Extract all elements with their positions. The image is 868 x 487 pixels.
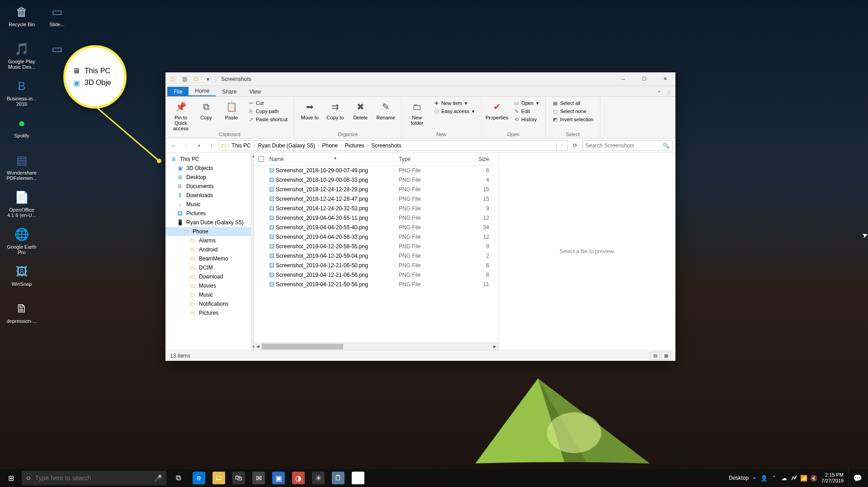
taskbar-app-app1[interactable]: ▣ [269, 469, 288, 487]
nav-recent-button[interactable]: ▾ [193, 140, 204, 151]
nav-item[interactable]: 🖥Desktop [165, 173, 251, 182]
view-details-button[interactable]: ▤ [650, 352, 660, 360]
file-row[interactable]: 🖼Screenshot_2018-10-29-00-08-33.pngPNG F… [254, 175, 499, 184]
desktop-icon[interactable]: 📄OpenOffice 4.1.6 (en-U... [5, 188, 38, 223]
nav-up-button[interactable]: ↑ [206, 140, 217, 151]
breadcrumb-segment[interactable]: Pictures [343, 142, 366, 150]
copy-path-button[interactable]: ⎘Copy path [246, 108, 289, 115]
move-to-button[interactable]: ➡Move to [299, 99, 321, 120]
file-row[interactable]: 🖼Screenshot_2019-04-12-21-06-56.pngPNG F… [254, 270, 499, 279]
nav-item[interactable]: 🖥This PC [165, 155, 251, 164]
select-all-button[interactable]: ▦Select all [550, 99, 595, 107]
qat-properties-icon[interactable]: ▥ [180, 75, 189, 84]
titlebar[interactable]: 🗀 ▥ 🗀 ▾ | Screenshots ─ ☐ ✕ [165, 72, 675, 86]
taskbar-app-edge[interactable]: e [189, 469, 209, 487]
tab-home[interactable]: Home [189, 86, 216, 96]
nav-item[interactable]: 🗀BeamMemo [165, 254, 251, 263]
nav-item[interactable]: 🗀Download [165, 272, 251, 281]
file-row[interactable]: 🖼Screenshot_2019-04-12-20-59-04.pngPNG F… [254, 251, 499, 260]
easy-access-button[interactable]: ⚪Easy access▾ [431, 108, 476, 115]
invert-selection-button[interactable]: ◩Invert selection [550, 116, 595, 123]
new-folder-button[interactable]: 🗀New folder [406, 99, 428, 126]
desktop-icon[interactable]: ▭Slide... [41, 3, 73, 38]
tray-power-icon[interactable]: 🗲 [789, 469, 799, 487]
pin-quick-access-button[interactable]: 📌Pin to Quick access [170, 99, 192, 131]
desktop-icon[interactable]: 🎵Google Play Music Des... [5, 40, 38, 75]
file-row[interactable]: 🖼Screenshot_2019-04-04-20-56-33.pngPNG F… [254, 232, 499, 241]
file-row[interactable]: 🖼Screenshot_2019-04-04-20-55-11.pngPNG F… [254, 213, 499, 222]
clock[interactable]: 2:15 PM 7/27/2019 [821, 472, 844, 484]
file-row[interactable]: 🖼Screenshot_2019-04-12-21-50-56.pngPNG F… [254, 279, 499, 289]
tray-chevron-up-icon[interactable]: ˄ [769, 469, 779, 487]
cut-button[interactable]: ✂Cut [246, 99, 289, 107]
taskbar-app-app2[interactable]: ◑ [288, 469, 308, 487]
nav-item[interactable]: 🗀DCIM [165, 263, 251, 272]
nav-item[interactable]: 🖼Pictures [165, 209, 251, 218]
desktop-icon[interactable]: ▤Wondershare PDFelemen... [5, 151, 38, 186]
view-icons-button[interactable]: ▦ [661, 352, 671, 360]
file-list[interactable]: 🖼Screenshot_2018-10-29-00-07-49.pngPNG F… [254, 165, 499, 342]
search-box[interactable]: 🔍 [582, 140, 673, 151]
minimize-button[interactable]: ─ [613, 72, 634, 86]
ribbon-collapse-icon[interactable]: ⌃ [657, 90, 661, 96]
desktop-icon[interactable]: ●Spotify [5, 114, 38, 149]
paste-button[interactable]: 📋Paste [221, 99, 242, 120]
select-all-checkbox[interactable] [258, 156, 264, 162]
start-button[interactable]: ⊞ [0, 469, 22, 487]
nav-item[interactable]: 📱Ryan Dube (Galaxy S5) [165, 218, 251, 227]
taskbar-app-chrome[interactable]: ◎ [348, 469, 368, 487]
nav-item[interactable]: 🗀Notifications [165, 299, 251, 308]
action-center-button[interactable]: 💬 [848, 469, 866, 487]
tab-view[interactable]: View [243, 87, 267, 96]
nav-item[interactable]: 🗀Pictures [165, 308, 251, 317]
file-row[interactable]: 🖼Screenshot_2018-10-29-00-07-49.pngPNG F… [254, 165, 499, 175]
nav-item[interactable]: 🗀Phone [165, 227, 251, 236]
nav-item[interactable]: 🗎Documents [165, 182, 251, 191]
tray-desktop-label[interactable]: Desktop [729, 475, 749, 481]
breadcrumb-segment[interactable]: This PC [230, 142, 253, 150]
file-row[interactable]: 🖼Screenshot_2018-12-24-12-28-29.pngPNG F… [254, 184, 499, 194]
nav-item[interactable]: ▣3D Objects [165, 164, 251, 173]
task-view-button[interactable]: ⧉ [169, 469, 187, 487]
col-type[interactable]: Type [399, 156, 467, 162]
col-size[interactable]: Size [467, 156, 494, 162]
history-button[interactable]: ⟲History [511, 116, 541, 123]
paste-shortcut-button[interactable]: ↗Paste shortcut [246, 116, 289, 123]
file-row[interactable]: 🖼Screenshot_2019-04-12-20-58-55.pngPNG F… [254, 241, 499, 251]
taskbar-app-app3[interactable]: ✳ [308, 469, 328, 487]
taskbar-search-input[interactable] [35, 474, 154, 482]
desktop-icon[interactable]: 🗎depression-... [5, 299, 38, 335]
hscroll-thumb[interactable] [262, 344, 343, 350]
nav-item[interactable]: 🗀Music [165, 290, 251, 299]
delete-button[interactable]: ✖Delete [349, 99, 371, 120]
copy-button[interactable]: ⧉Copy [195, 99, 217, 120]
nav-item[interactable]: 🗀Alarms [165, 236, 251, 245]
qat-newfolder-icon[interactable]: 🗀 [192, 75, 201, 84]
rename-button[interactable]: ✎Rename [375, 99, 396, 120]
qat-dropdown-icon[interactable]: ▾ [203, 75, 212, 84]
breadcrumb[interactable]: 🗀 › This PC›Ryan Dube (Galaxy S5)›Phone›… [219, 140, 557, 151]
horizontal-scrollbar[interactable]: ◀ ▶ [254, 342, 499, 350]
taskbar-search[interactable]: ○ 🎤 [22, 471, 166, 485]
file-row[interactable]: 🖼Screenshot_2019-04-04-20-55-40.pngPNG F… [254, 222, 499, 232]
column-headers[interactable]: Name▲ Type Size [254, 153, 499, 165]
nav-item[interactable]: ♪Music [165, 200, 251, 209]
breadcrumb-dropdown-button[interactable]: ˅ [557, 140, 568, 151]
taskbar-app-explorer[interactable]: 🗂 [209, 469, 229, 487]
col-name[interactable]: Name▲ [268, 156, 399, 162]
select-none-button[interactable]: ▢Select none [550, 108, 595, 115]
nav-forward-button[interactable]: → [181, 140, 192, 151]
taskbar-app-app4[interactable]: 🗒 [328, 469, 348, 487]
maximize-button[interactable]: ☐ [634, 72, 655, 86]
nav-item[interactable]: 🗀Android [165, 245, 251, 254]
file-row[interactable]: 🖼Screenshot_2018-12-24-20-32-53.pngPNG F… [254, 203, 499, 213]
file-row[interactable]: 🖼Screenshot_2019-04-12-21-06-50.pngPNG F… [254, 260, 499, 270]
desktop-icon[interactable]: 🖼WinSnap [5, 262, 38, 298]
tray-onedrive-icon[interactable]: ☁ [779, 469, 789, 487]
nav-item[interactable]: ⬇Downloads [165, 191, 251, 200]
tray-volume-icon[interactable]: 🔇 [809, 469, 819, 487]
nav-back-button[interactable]: ← [168, 140, 179, 151]
properties-button[interactable]: ✔Properties [486, 99, 508, 120]
tab-share[interactable]: Share [216, 87, 243, 96]
copy-to-button[interactable]: ⇉Copy to [324, 99, 346, 120]
